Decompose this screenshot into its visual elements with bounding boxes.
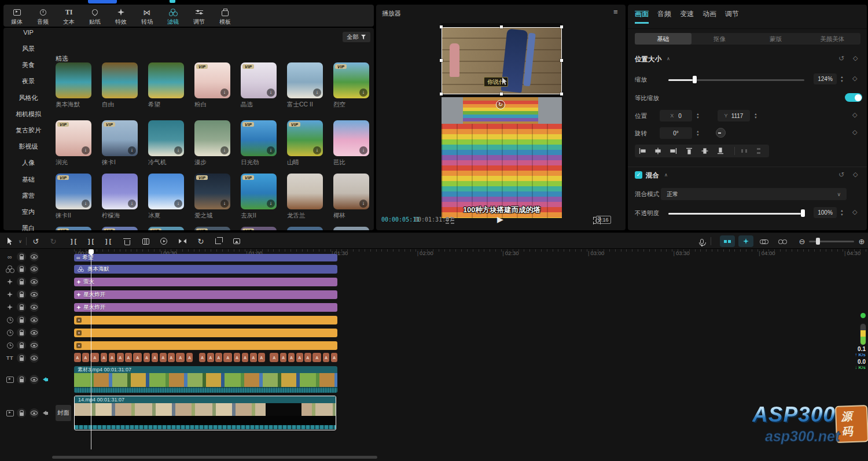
rotate-stepper[interactable]: ▴▾ (694, 127, 701, 139)
filter-card[interactable]: VIP (148, 227, 184, 230)
filter-card[interactable] (287, 227, 323, 230)
scale-value-box[interactable]: 124% (814, 73, 837, 84)
matting-button[interactable] (231, 235, 242, 247)
opacity-keyframe-icon[interactable]: ◇ (852, 208, 857, 216)
trim-left-button[interactable]: ][ (85, 235, 97, 247)
timeline-zoom-knob[interactable] (816, 238, 820, 245)
filter-card-山晴[interactable]: VIP↓ (287, 120, 323, 156)
download-icon[interactable]: ↓ (359, 88, 367, 97)
filter-card-徕卡I[interactable]: VIP↓ (102, 120, 138, 156)
text-chip[interactable]: A (109, 353, 116, 362)
sidebar-item-相机模拟[interactable]: 相机模拟 (3, 110, 53, 119)
toolbar-item-媒体[interactable]: 媒体 (6, 8, 28, 25)
text-chip[interactable]: A (234, 353, 241, 362)
text-chip[interactable]: A (323, 353, 330, 362)
sidebar-item-夜景[interactable]: 夜景 (3, 77, 53, 86)
text-chip[interactable]: A (74, 353, 81, 362)
download-icon[interactable]: ↓ (359, 146, 367, 154)
subtab-蒙版[interactable]: 蒙版 (748, 33, 804, 45)
rotate-value-box[interactable]: 0° (660, 127, 692, 139)
download-icon[interactable]: ↓ (313, 88, 321, 97)
stepper-down-icon[interactable]: ▾ (841, 79, 843, 83)
blend-collapse-icon[interactable]: ∧ (664, 172, 668, 178)
playhead-line[interactable] (91, 249, 91, 449)
sidebar-item-复古胶片[interactable]: 复古胶片 (3, 126, 53, 135)
delete-button[interactable] (122, 235, 133, 247)
ratio-button[interactable]: 9:16 (596, 216, 611, 224)
handle-bl[interactable] (440, 93, 443, 95)
text-chip[interactable]: A (270, 353, 278, 362)
video-clip-14.mp4-selected[interactable]: 14.mp4 00:01:31:07 (74, 396, 336, 430)
undo-button[interactable]: ↺ (30, 235, 42, 247)
mirror-button[interactable] (176, 235, 188, 247)
text-chip[interactable]: A (207, 353, 214, 362)
toolbar-item-调节[interactable]: 调节 (188, 8, 210, 25)
text-chip[interactable]: A (331, 353, 338, 362)
download-icon[interactable]: ↓ (128, 200, 136, 208)
filter-card-日光劲[interactable]: VIP↓ (241, 120, 277, 156)
rotate-dial[interactable] (716, 128, 726, 138)
scale-slider-knob[interactable] (693, 76, 697, 83)
filter-card-柠檬海[interactable]: ↓ (102, 174, 138, 209)
text-chip[interactable]: A (186, 353, 193, 362)
text-chip[interactable]: A (242, 353, 249, 362)
timeline-scrollbar[interactable] (52, 456, 377, 459)
text-chip[interactable]: A (101, 353, 108, 362)
opacity-stepper[interactable]: ▴▾ (838, 207, 845, 218)
text-chip[interactable]: A (215, 353, 222, 362)
position-x-stepper[interactable]: ▴▾ (694, 110, 701, 121)
download-icon[interactable]: ↓ (220, 88, 229, 97)
download-icon[interactable]: ↓ (82, 146, 90, 154)
download-icon[interactable]: ↓ (267, 146, 275, 154)
freeze-frame-button[interactable] (140, 235, 152, 247)
rotate-keyframe-icon[interactable]: ◇ (852, 128, 857, 136)
handle-br[interactable] (560, 93, 563, 95)
align-bottom-button[interactable] (716, 147, 724, 155)
trim-right-button[interactable]: ][ (102, 235, 114, 247)
tab-画面[interactable]: 画面 (635, 9, 652, 19)
download-icon[interactable]: ↓ (267, 200, 275, 208)
filter-card-自由[interactable] (102, 62, 138, 98)
transform-collapse-icon[interactable]: ∧ (667, 56, 670, 61)
crop-button[interactable] (212, 235, 224, 247)
download-icon[interactable]: ↓ (359, 200, 367, 208)
cover-button[interactable]: 封面 (56, 405, 71, 421)
preview-axis-button[interactable] (738, 235, 753, 247)
timeline-zoom-out-button[interactable]: ⊖ (796, 235, 808, 247)
clip-星火炸开[interactable]: 星火炸开 (74, 303, 337, 312)
tab-调节[interactable]: 调节 (725, 9, 742, 19)
filter-card-希望[interactable] (148, 62, 184, 98)
position-y-box[interactable]: Y1117 (718, 110, 750, 121)
filter-card[interactable]: VIP (102, 227, 138, 230)
text-chip[interactable]: A (152, 353, 159, 362)
filter-card[interactable] (333, 227, 369, 230)
record-voiceover-button[interactable] (696, 235, 708, 247)
text-chip[interactable]: A (176, 353, 185, 362)
text-chip[interactable]: A (258, 353, 265, 362)
filter-card-富士CC II[interactable]: ↓ (287, 62, 323, 98)
tab-音频[interactable]: 音频 (657, 9, 675, 19)
download-icon[interactable]: ↓ (82, 200, 90, 208)
text-chip[interactable]: A (117, 353, 124, 362)
sidebar-item-影视级[interactable]: 影视级 (3, 142, 53, 152)
rotate-button[interactable]: ↻ (195, 235, 207, 247)
clip-希望[interactable]: ∞希望 (74, 254, 337, 261)
filter-card-晶选[interactable]: VIP↓ (241, 62, 277, 98)
filter-card-奥本海默[interactable] (56, 62, 91, 98)
subtab-抠像[interactable]: 抠像 (692, 33, 748, 45)
toolbar-item-文本[interactable]: TI文本 (58, 8, 80, 25)
download-icon[interactable]: ↓ (267, 88, 275, 97)
rotate-handle[interactable]: ↻ (496, 100, 505, 109)
uniform-scale-toggle[interactable] (845, 93, 862, 102)
download-icon[interactable]: ↓ (174, 146, 182, 154)
tab-动画[interactable]: 动画 (703, 9, 720, 19)
blend-keyframe-icon[interactable]: ◇ (853, 171, 858, 178)
download-icon[interactable]: ↓ (220, 146, 229, 154)
filter-card[interactable]: VIP (56, 227, 91, 230)
text-chip[interactable]: A (312, 353, 321, 362)
clip-sticker[interactable] (74, 316, 337, 324)
download-icon[interactable]: ↓ (128, 146, 136, 154)
link-button[interactable] (758, 235, 770, 247)
main-track-magnet-button[interactable] (720, 235, 735, 247)
filter-card[interactable]: VIP (194, 227, 230, 230)
